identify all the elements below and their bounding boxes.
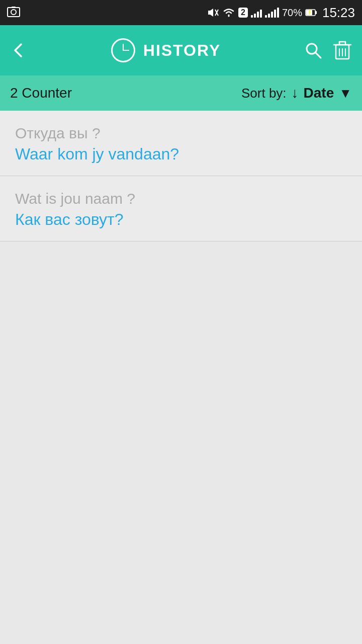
wifi-icon xyxy=(222,8,235,18)
history-translation-2: Как вас зовут? xyxy=(15,210,347,229)
status-right-icons: 2 70% xyxy=(207,5,355,21)
app-bar: HISTORY xyxy=(0,25,362,75)
notification-badge: 2 xyxy=(238,8,248,18)
battery-percentage: 70% xyxy=(282,7,302,19)
status-time: 15:23 xyxy=(322,5,355,21)
sort-bar: 2 Counter Sort by: ↓ Date ▼ xyxy=(0,75,362,111)
search-button[interactable] xyxy=(304,41,323,60)
status-left-icons xyxy=(7,6,20,20)
sort-dropdown-button[interactable]: ▼ xyxy=(339,86,352,101)
content-area xyxy=(0,242,362,644)
sort-value: Date xyxy=(304,85,334,101)
svg-rect-7 xyxy=(315,11,317,14)
counter-label: 2 Counter xyxy=(10,85,241,101)
sort-by-label: Sort by: xyxy=(241,86,287,101)
svg-line-13 xyxy=(315,52,321,58)
svg-rect-0 xyxy=(8,8,20,17)
sort-direction-arrow: ↓ xyxy=(292,85,299,101)
history-source-2: Wat is jou naam ? xyxy=(15,190,347,207)
history-list: Откуда вы ? Waar kom jy vandaan? Wat is … xyxy=(0,111,362,242)
history-source-1: Откуда вы ? xyxy=(15,125,347,142)
clock-icon xyxy=(111,38,135,62)
svg-marker-3 xyxy=(208,9,213,17)
svg-rect-2 xyxy=(12,7,16,8)
history-item-2[interactable]: Wat is jou naam ? Как вас зовут? xyxy=(0,176,362,242)
screenshot-icon xyxy=(7,6,20,20)
battery-icon xyxy=(305,9,317,17)
svg-point-1 xyxy=(11,10,16,15)
appbar-title: HISTORY xyxy=(143,41,221,60)
back-button[interactable] xyxy=(10,41,28,59)
volume-icon xyxy=(207,8,219,18)
sort-controls[interactable]: Sort by: ↓ Date ▼ xyxy=(241,85,352,101)
signal-icon xyxy=(251,8,262,18)
status-bar: 2 70% xyxy=(0,0,362,25)
appbar-title-group: HISTORY xyxy=(38,38,294,62)
delete-button[interactable] xyxy=(333,40,352,61)
history-translation-1: Waar kom jy vandaan? xyxy=(15,145,347,164)
history-item-1[interactable]: Откуда вы ? Waar kom jy vandaan? xyxy=(0,111,362,176)
signal-full-icon xyxy=(265,8,279,18)
